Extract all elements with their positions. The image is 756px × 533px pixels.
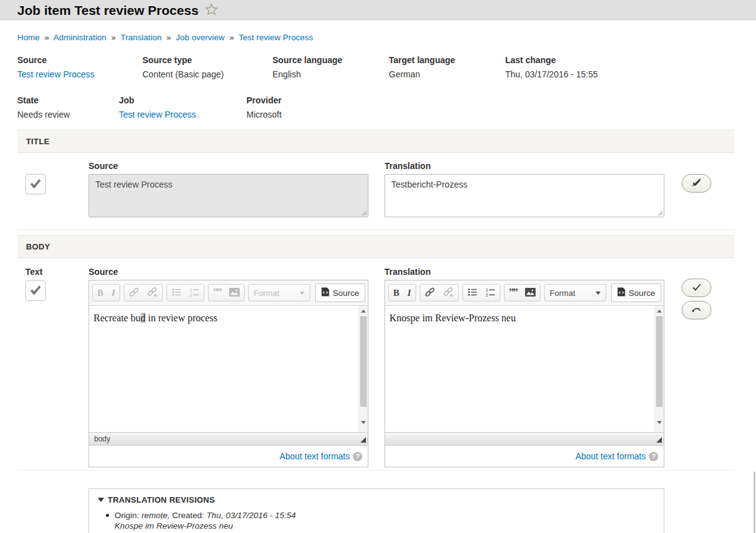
source-text-after: in review process: [146, 313, 217, 323]
info-label: Source: [17, 55, 142, 65]
link-button: [129, 287, 139, 299]
translation-editor-content[interactable]: Knospe im Review-Prozess neu: [385, 306, 664, 432]
editor-resize-handle[interactable]: [656, 437, 662, 443]
view-source-label: Source: [628, 288, 655, 298]
format-select: Format: [248, 284, 310, 301]
italic-button[interactable]: I: [407, 288, 411, 298]
unlink-icon: [443, 287, 454, 299]
origin-label: Origin:: [115, 511, 139, 520]
link-button[interactable]: [425, 287, 435, 299]
created-value: Thu, 03/17/2016 - 15:54: [207, 511, 296, 520]
source-about-row: About text formats ?: [89, 446, 368, 467]
info-source-language: Source language English: [272, 55, 389, 79]
italic-button: I: [111, 288, 115, 298]
chevron-down-icon: [596, 292, 601, 295]
editor-resize-handle[interactable]: [360, 437, 366, 443]
breadcrumb: Home » Administration » Translation » Jo…: [17, 33, 739, 42]
source-editor-path-bar: body: [89, 432, 368, 446]
body-translation-label: Translation: [385, 267, 664, 277]
scroll-up-icon[interactable]: [361, 310, 366, 313]
title-finish-review-button[interactable]: [682, 174, 711, 193]
svg-text:1: 1: [189, 287, 192, 292]
view-source-button[interactable]: Source: [315, 284, 365, 302]
body-source-label: Source: [89, 267, 368, 277]
source-text: Recreate bud in review process: [89, 306, 368, 330]
blockquote-icon: ””: [213, 289, 221, 297]
bold-button: B: [97, 288, 103, 298]
breadcrumb-current[interactable]: Test review Process: [239, 33, 313, 42]
help-icon[interactable]: ?: [649, 452, 658, 461]
about-text-formats-link[interactable]: About text formats: [575, 451, 646, 461]
svg-text:2: 2: [189, 293, 192, 297]
scroll-down-icon[interactable]: [657, 421, 662, 424]
check-icon: [30, 285, 41, 297]
breadcrumb-translation[interactable]: Translation: [121, 33, 162, 42]
info-value: Microsoft: [246, 110, 282, 119]
body-field-label: Text: [25, 267, 89, 277]
info-label: Source type: [142, 55, 272, 65]
bulleted-list-button: [172, 287, 181, 299]
unlink-button: [443, 287, 454, 299]
image-icon: [229, 288, 240, 298]
source-editor-wrapper: B I 12 ”” Format: [89, 280, 368, 467]
translation-text[interactable]: Knospe im Review-Prozess neu: [385, 306, 664, 330]
title-approved-checkbox[interactable]: [25, 174, 46, 194]
source-link[interactable]: Test review Process: [17, 69, 94, 79]
body-revert-button[interactable]: [682, 301, 711, 319]
numbered-list-icon: 12: [189, 287, 199, 299]
page-scrollbar-thumb[interactable]: [754, 472, 755, 533]
format-select[interactable]: Format: [544, 284, 606, 301]
image-icon: [525, 288, 536, 298]
help-icon[interactable]: ?: [353, 452, 362, 461]
info-state: State Needs review: [17, 95, 119, 119]
scrollbar-thumb[interactable]: [656, 316, 663, 407]
job-link[interactable]: Test review Process: [119, 110, 196, 119]
check-slash-icon: [690, 177, 703, 189]
source-editor-scrollbar[interactable]: [358, 306, 368, 432]
about-text-formats-link[interactable]: About text formats: [279, 451, 350, 461]
bold-icon: B: [97, 288, 103, 298]
info-label: Provider: [246, 95, 282, 105]
translation-revisions-legend[interactable]: TRANSLATION REVISIONS: [98, 495, 655, 505]
italic-icon: I: [407, 288, 411, 298]
scroll-up-icon[interactable]: [657, 310, 662, 313]
bold-button[interactable]: B: [393, 288, 399, 298]
view-source-button[interactable]: Source: [611, 284, 661, 302]
info-target-language: Target language German: [389, 55, 505, 79]
divider: [17, 230, 734, 230]
image-button[interactable]: [525, 288, 536, 298]
scroll-down-icon[interactable]: [361, 421, 366, 424]
source-code-icon: [617, 287, 625, 298]
numbered-list-button: 12: [189, 287, 199, 299]
bulleted-list-button[interactable]: [467, 287, 477, 299]
source-code-icon: [321, 287, 329, 298]
check-icon: [30, 179, 41, 190]
translation-editor-scrollbar[interactable]: [654, 306, 664, 432]
info-job: Job Test review Process: [119, 95, 246, 119]
info-value: English: [272, 69, 389, 79]
resize-grip-icon: [362, 208, 367, 218]
svg-text:1: 1: [485, 287, 488, 292]
page-title: Job item Test review Process: [17, 3, 199, 18]
svg-text:2: 2: [485, 293, 488, 297]
revision-item: Origin: remote, Created: Thu, 03/17/2016…: [98, 510, 655, 531]
breadcrumb-administration[interactable]: Administration: [53, 33, 106, 42]
view-source-label: Source: [332, 288, 359, 298]
revision-text: Knospe im Review-Prozess neu: [115, 521, 233, 531]
breadcrumb-home[interactable]: Home: [17, 33, 40, 42]
translation-revisions-fieldset: TRANSLATION REVISIONS Origin: remote, Cr…: [89, 488, 664, 533]
bulleted-list-icon: [467, 287, 477, 299]
title-translation-textarea[interactable]: Testbericht-Prozess: [385, 174, 664, 217]
info-last-change: Last change Thu, 03/17/2016 - 15:55: [505, 55, 597, 79]
breadcrumb-separator: »: [230, 33, 235, 42]
bookmark-star-icon[interactable]: [205, 3, 218, 17]
blockquote-button[interactable]: ””: [509, 289, 517, 297]
scrollbar-thumb[interactable]: [360, 316, 367, 407]
format-select-label: Format: [254, 288, 279, 298]
body-approve-button[interactable]: [682, 279, 711, 297]
divider: [17, 470, 734, 470]
breadcrumb-job-overview[interactable]: Job overview: [176, 33, 225, 42]
link-icon: [129, 287, 139, 299]
numbered-list-button[interactable]: 12: [485, 287, 495, 299]
body-approved-checkbox[interactable]: [25, 280, 46, 301]
